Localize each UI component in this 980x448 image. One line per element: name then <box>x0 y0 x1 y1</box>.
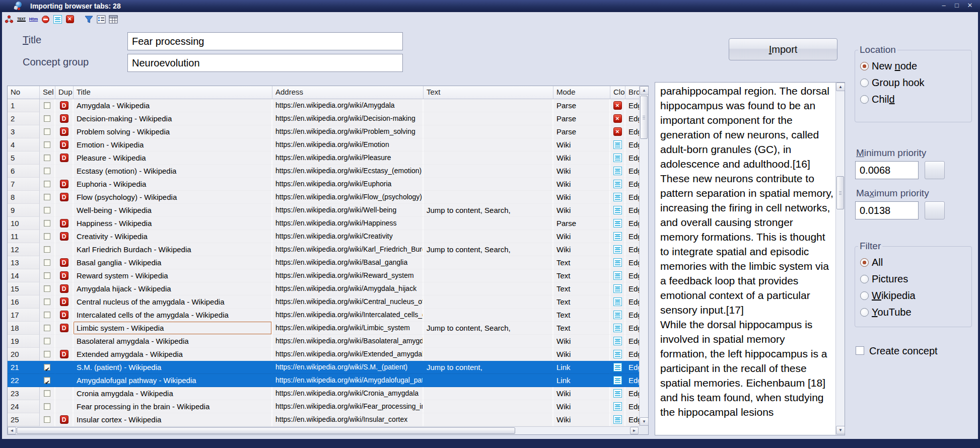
create-concept-checkbox[interactable] <box>856 346 864 355</box>
table-row[interactable]: 12Karl Friedrich Burdach - Wikipediahttp… <box>8 243 639 256</box>
mode-cell[interactable]: Wiki <box>553 152 610 165</box>
address-cell[interactable]: https://en.wikipedia.org/wiki/Karl_Fried… <box>272 243 424 256</box>
close-cell[interactable] <box>610 217 625 230</box>
text-cell[interactable] <box>424 165 553 178</box>
page-icon[interactable] <box>613 350 622 358</box>
scroll-up-button[interactable]: ▲ <box>640 86 649 95</box>
title-cell[interactable]: Amygdala - Wikipedia <box>74 99 272 112</box>
title-cell[interactable]: Central nucleus of the amygdala - Wikipe… <box>74 295 272 309</box>
table-row[interactable]: 18DLimbic system - Wikipediahttps://en.w… <box>8 322 639 335</box>
table-vertical-scrollbar[interactable]: ▲ ▼ <box>639 86 648 426</box>
address-cell[interactable]: https://en.wikipedia.org/wiki/Central_nu… <box>272 295 424 309</box>
close-cell[interactable] <box>610 269 625 282</box>
close-cell[interactable]: ✕ <box>610 99 625 112</box>
row-checkbox[interactable] <box>44 403 50 410</box>
close-cell[interactable] <box>610 243 625 256</box>
select-cell[interactable] <box>40 387 55 400</box>
row-checkbox[interactable] <box>44 168 50 174</box>
row-checkbox[interactable] <box>44 233 50 240</box>
mode-cell[interactable]: Wiki <box>553 191 610 204</box>
select-cell[interactable] <box>40 112 55 125</box>
radio-icon[interactable] <box>860 95 869 104</box>
maximum-priority-input[interactable] <box>855 201 919 219</box>
table-row[interactable]: 4DEmotion - Wikipediahttps://en.wikipedi… <box>8 138 639 152</box>
title-cell[interactable]: Well-being - Wikipedia <box>74 204 272 217</box>
select-cell[interactable] <box>40 178 55 191</box>
text-cell[interactable] <box>424 295 553 309</box>
radio-icon[interactable] <box>860 62 869 70</box>
preview-scroll-down-button[interactable]: ▼ <box>836 426 845 434</box>
table-row[interactable]: 19Basolateral amygdala - Wikipediahttps:… <box>8 335 639 348</box>
row-checkbox[interactable] <box>44 351 50 357</box>
address-cell[interactable]: https://en.wikipedia.org/wiki/Basal_gang… <box>272 256 424 269</box>
title-cell[interactable]: S.M. (patient) - Wikipedia <box>74 361 272 374</box>
table-row[interactable]: 20DExtended amygdala - Wikipediahttps://… <box>8 348 639 361</box>
title-cell[interactable]: Cronia amygdala - Wikipedia <box>74 387 272 400</box>
column-header-clo[interactable]: Clo <box>610 86 625 99</box>
preview-scroll-up-button[interactable]: ▲ <box>836 83 845 91</box>
address-cell[interactable]: https://en.wikipedia.org/wiki/Problem_so… <box>272 125 424 138</box>
mode-cell[interactable]: Wiki <box>553 400 610 413</box>
close-tab-icon[interactable]: ✕ <box>613 114 622 123</box>
title-cell[interactable]: Flow (psychology) - Wikipedia <box>74 191 272 204</box>
address-cell[interactable]: https://en.wikipedia.org/wiki/Intercalat… <box>272 309 424 322</box>
location-option-child[interactable]: Child <box>860 94 971 105</box>
title-cell[interactable]: Intercalated cells of the amygdala - Wik… <box>74 309 272 322</box>
scroll-down-button[interactable]: ▼ <box>640 417 649 426</box>
row-checkbox[interactable] <box>44 325 50 331</box>
select-cell[interactable] <box>40 165 55 178</box>
mindmap-icon[interactable] <box>4 14 15 24</box>
text-cell[interactable] <box>424 309 553 322</box>
minimize-button[interactable]: – <box>940 2 948 9</box>
radio-icon[interactable] <box>860 291 869 300</box>
close-cell[interactable] <box>610 295 625 309</box>
address-cell[interactable]: https://en.wikipedia.org/wiki/Happiness <box>272 217 424 230</box>
close-cell[interactable] <box>610 348 625 361</box>
close-cell[interactable] <box>610 309 625 322</box>
close-button[interactable]: ✕ <box>966 2 974 9</box>
title-cell[interactable]: Euphoria - Wikipedia <box>74 178 272 191</box>
row-checkbox[interactable] <box>44 416 50 423</box>
stop-icon[interactable] <box>40 14 51 24</box>
location-option-new-node[interactable]: New node <box>860 60 971 72</box>
column-header-no[interactable]: No <box>8 86 40 99</box>
close-cell[interactable] <box>610 191 625 204</box>
table-row[interactable]: 14DReward system - Wikipediahttps://en.w… <box>8 269 639 282</box>
mode-cell[interactable]: Wiki <box>553 335 610 348</box>
column-header-dup[interactable]: Dup <box>55 86 74 99</box>
title-cell[interactable]: Ecstasy (emotion) - Wikipedia <box>74 165 272 178</box>
title-cell[interactable]: Reward system - Wikipedia <box>74 269 272 282</box>
title-cell[interactable]: Amygdalofugal pathway - Wikipedia <box>74 374 272 387</box>
close-tab-icon[interactable]: ✕ <box>613 127 622 136</box>
close-cell[interactable] <box>610 413 625 426</box>
page-icon[interactable] <box>613 271 622 280</box>
table-row[interactable]: 3DProblem solving - Wikipediahttps://en.… <box>8 125 639 138</box>
row-checkbox[interactable] <box>44 246 50 253</box>
preview-scroll-thumb[interactable] <box>836 176 844 209</box>
minimum-priority-picker-button[interactable] <box>925 161 945 179</box>
address-cell[interactable]: https://en.wikipedia.org/wiki/Euphoria <box>272 178 424 191</box>
page-icon[interactable] <box>613 180 622 188</box>
concept-group-input[interactable] <box>127 54 403 72</box>
close-cell[interactable] <box>610 178 625 191</box>
page-icon[interactable] <box>613 232 622 241</box>
address-cell[interactable]: https://en.wikipedia.org/wiki/Creativity <box>272 230 424 243</box>
mode-cell[interactable]: Wiki <box>553 413 610 426</box>
address-cell[interactable]: https://en.wikipedia.org/wiki/Well-being <box>272 204 424 217</box>
text-cell[interactable] <box>424 348 553 361</box>
mode-cell[interactable]: Text <box>553 295 610 309</box>
title-input[interactable] <box>127 32 403 50</box>
text-cell[interactable] <box>424 230 553 243</box>
address-cell[interactable]: https://en.wikipedia.org/wiki/Emotion <box>272 138 424 152</box>
address-cell[interactable]: https://en.wikipedia.org/wiki/Fear_proce… <box>272 400 424 413</box>
close-tab-icon[interactable]: ✕ <box>613 101 622 110</box>
maximum-priority-picker-button[interactable] <box>925 201 945 219</box>
row-checkbox[interactable] <box>44 364 50 370</box>
table-row[interactable]: 6Ecstasy (emotion) - Wikipediahttps://en… <box>8 165 639 178</box>
address-cell[interactable]: https://en.wikipedia.org/wiki/Amygdalofu… <box>272 374 424 387</box>
row-checkbox[interactable] <box>44 115 50 122</box>
table-row[interactable]: 7DEuphoria - Wikipediahttps://en.wikiped… <box>8 178 639 191</box>
text-cell[interactable] <box>424 112 553 125</box>
delete-icon[interactable]: ✕ <box>64 14 75 24</box>
paste-doc-icon[interactable] <box>52 14 63 24</box>
